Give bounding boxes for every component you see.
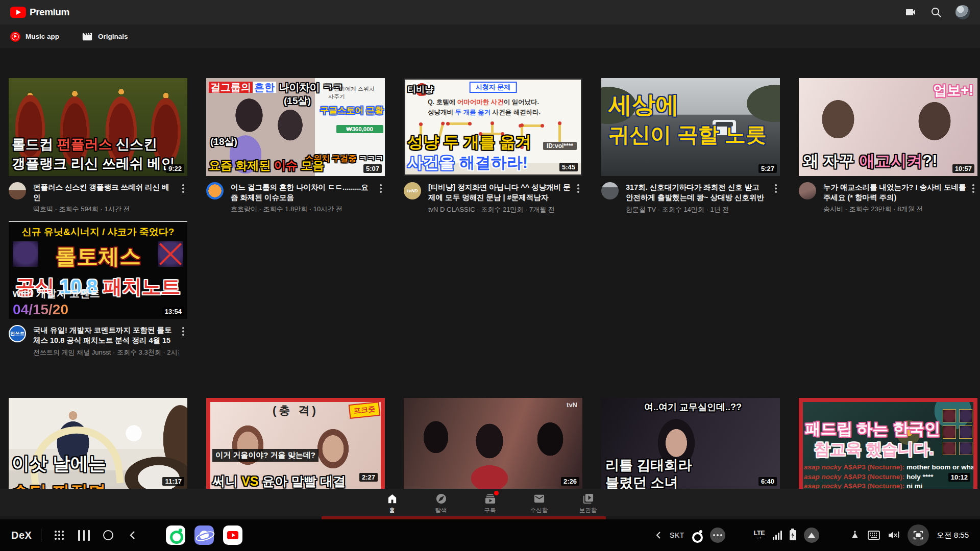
originals-chip[interactable]: Originals xyxy=(82,31,128,42)
channel-avatar[interactable]: 전쓰트 xyxy=(9,325,26,342)
divider xyxy=(41,529,41,542)
premium-wordmark: Premium xyxy=(30,7,69,18)
compass-icon xyxy=(435,493,447,505)
video-thumbnail[interactable]: (충 격) 프크즛 이거 거울이야? 거울 맞는데? 써니 VS 윤아 말빨 대… xyxy=(206,398,385,496)
video-thumbnail[interactable]: 이삿 날에는 수타 짜장면 11:17 xyxy=(9,398,187,496)
nav-tab-subscriptions[interactable]: 구독 xyxy=(465,489,514,516)
duration-badge: 13:54 xyxy=(162,307,184,316)
back-button[interactable] xyxy=(124,527,141,544)
matchstick-art xyxy=(521,124,542,127)
video-meta: 송사비 · 조회수 23만회 · 8개월 전 xyxy=(823,205,969,214)
kebab-menu-icon[interactable] xyxy=(179,182,187,214)
dex-taskbar: DeX SKT LTE↓↑ 오전 8:55 xyxy=(0,519,980,551)
video-card: 시청자 문제 티비냥 Q. 호텔에 어마어마한 사건이 일어났다. 성냥개비 두… xyxy=(404,78,582,214)
naver-app-icon[interactable] xyxy=(166,525,185,545)
video-row-3: 이삿 날에는 수타 짜장면 11:17 (충 격) 프크즛 이거 거울이야? 거… xyxy=(9,398,977,496)
video-camera-icon[interactable] xyxy=(904,6,917,18)
recent-apps-button[interactable] xyxy=(75,527,92,544)
account-avatar[interactable] xyxy=(955,5,970,19)
apps-grid-button[interactable] xyxy=(51,527,68,544)
kebab-menu-icon[interactable] xyxy=(969,182,977,214)
video-title[interactable]: 어느 걸그룹의 흔한 나이차이 ㄷㄷ.........요즘 화제된 이슈모음 xyxy=(231,182,377,203)
youtube-logo-icon[interactable] xyxy=(10,7,26,18)
home-icon xyxy=(386,493,398,505)
kebab-menu-icon[interactable] xyxy=(377,182,385,214)
inbox-mail-icon xyxy=(533,493,545,505)
screen-capture-button[interactable] xyxy=(908,524,929,546)
labs-flask-icon[interactable] xyxy=(850,530,860,540)
duration-badge: 11:17 xyxy=(162,477,184,486)
video-meta: 호호랑이 · 조회수 1.8만회 · 10시간 전 xyxy=(231,205,377,214)
library-icon xyxy=(582,493,594,505)
youtube-app-icon[interactable] xyxy=(223,525,242,545)
nav-tab-library[interactable]: 보관함 xyxy=(564,489,612,516)
music-app-chip[interactable]: Music app xyxy=(10,32,59,42)
subscriptions-icon xyxy=(484,493,496,505)
youtube-app-bar: Premium xyxy=(0,0,980,24)
dex-logo: DeX xyxy=(11,530,32,541)
video-thumbnail[interactable]: 신규 유닛&시너지 / 샤코가 죽었다? 롤토체스 공식 10.8 패치노트 w… xyxy=(9,221,187,319)
lte-network-icon: LTE↓↑ xyxy=(754,530,765,540)
tray-collapse-chevron-icon[interactable] xyxy=(655,531,662,539)
video-card: (충 격) 프크즛 이거 거울이야? 거울 맞는데? 써니 VS 윤아 말빨 대… xyxy=(206,398,385,496)
more-notifications-button[interactable] xyxy=(710,528,725,543)
video-title[interactable]: 317회. 신호대기하다가 좌회전 신호 받고 안전하게 출발했는데 쾅~ 상대… xyxy=(626,182,772,203)
keyboard-icon[interactable] xyxy=(868,531,880,540)
channel-avatar[interactable] xyxy=(601,182,619,199)
carrier-label: SKT xyxy=(670,531,684,539)
home-button[interactable] xyxy=(100,527,117,544)
video-thumbnail[interactable]: 여..여기 교무실인데..?? 리틀 김태희라 불렸던 소녀 6:40 xyxy=(601,398,780,496)
duration-badge: 10:12 xyxy=(948,473,970,482)
video-title[interactable]: 누가 애교소리를 내었는가? I 송사비 도네를주세요 (* 항마력 주의) xyxy=(823,182,969,203)
video-thumbnail[interactable]: 롤드컵 펀플러스 신스킨 갱플랭크 리신 쓰레쉬 베인 9:22 xyxy=(9,78,187,176)
kebab-menu-icon[interactable] xyxy=(179,325,187,357)
video-card: 패드립 하는 한국인 참교육 했습니다. asap nocky A$AP3 (N… xyxy=(799,398,977,496)
channel-avatar[interactable] xyxy=(206,182,224,199)
notification-app-icon[interactable] xyxy=(692,530,702,540)
video-meta: 한문철 TV · 조회수 14만회 · 1년 전 xyxy=(626,205,772,214)
battery-charging-icon xyxy=(790,530,796,540)
channel-avatar[interactable]: tvND xyxy=(404,182,421,199)
nav-tab-explore[interactable]: 탐색 xyxy=(416,489,465,516)
kebab-menu-icon[interactable] xyxy=(772,182,780,214)
video-thumbnail[interactable]: 업보+! 왜 자꾸 애교시켜?! 10:57 xyxy=(799,78,977,176)
video-title[interactable]: [티비냥] 정지화면 아닙니다 ^^ 성냥개비 문제에 모두 멍해진 문남 | … xyxy=(428,182,574,203)
back-chevron-icon xyxy=(128,531,137,540)
video-row-2: 신규 유닛&시너지 / 샤코가 죽었다? 롤토체스 공식 10.8 패치노트 w… xyxy=(9,221,187,357)
destination-chip-bar: Music app Originals xyxy=(0,24,980,49)
video-title[interactable]: 국내 유일! 개발자 코멘트까지 포함된 롤토체스 10.8 공식 패치노트 분… xyxy=(33,325,179,346)
search-icon[interactable] xyxy=(930,6,942,18)
clock: 오전 8:55 xyxy=(937,531,969,540)
tray-expand-button[interactable] xyxy=(804,528,819,543)
tvn-watermark: tvN xyxy=(567,401,577,409)
duration-badge: 6:40 xyxy=(758,477,777,486)
video-meta: tvN D CLASSIC · 조회수 21만회 · 7개월 전 xyxy=(428,205,574,214)
duration-badge: 2:26 xyxy=(561,477,579,486)
video-row-1: 롤드컵 펀플러스 신스킨 갱플랭크 리신 쓰레쉬 베인 9:22 펀플러스 신스… xyxy=(9,78,977,214)
channel-avatar[interactable] xyxy=(799,182,816,199)
channel-avatar[interactable] xyxy=(9,182,26,199)
volume-muted-vibrate-icon[interactable] xyxy=(888,530,900,540)
video-thumbnail[interactable]: 세상에 귀신이 곡할 노릇 5:27 xyxy=(601,78,780,176)
video-title[interactable]: 펀플러스 신스킨 갱플랭크 쓰레쉬 리신 베인 xyxy=(33,182,179,203)
nav-tab-home[interactable]: 홈 xyxy=(368,489,416,516)
video-card: 이삿 날에는 수타 짜장면 11:17 xyxy=(9,398,187,496)
duration-badge: 9:22 xyxy=(166,164,184,173)
video-card: 신규 유닛&시너지 / 샤코가 죽었다? 롤토체스 공식 10.8 패치노트 w… xyxy=(9,221,187,357)
duration-badge: 5:45 xyxy=(559,163,578,171)
nav-tab-inbox[interactable]: 수신함 xyxy=(514,489,564,516)
kebab-menu-icon[interactable] xyxy=(574,182,582,214)
subscriptions-new-badge xyxy=(494,491,499,495)
video-thumbnail[interactable]: 시청자 문제 티비냥 Q. 호텔에 어마어마한 사건이 일어났다. 성냥개비 두… xyxy=(404,78,582,176)
video-card: 세상에 귀신이 곡할 노릇 5:27 317회. 신호대기하다가 좌회전 신호 … xyxy=(601,78,780,214)
music-play-icon xyxy=(10,32,20,42)
duration-badge: 5:27 xyxy=(758,164,777,173)
video-card: 롤드컵 펀플러스 신스킨 갱플랭크 리신 쓰레쉬 베인 9:22 펀플러스 신스… xyxy=(9,78,187,214)
duration-badge: 10:57 xyxy=(952,164,974,173)
video-thumbnail[interactable]: 패드립 하는 한국인 참교육 했습니다. asap nocky A$AP3 (N… xyxy=(799,398,977,496)
bottom-navigation: 홈 탐색 구독 수신함 보관함 xyxy=(0,489,980,516)
video-thumbnail[interactable]: tvN 2:26 xyxy=(404,398,582,496)
samsung-internet-app-icon[interactable] xyxy=(194,525,214,545)
video-thumbnail[interactable]: 걸그룹의흔한 나이차이 ㅋㅋ (18살) (15살) 고상혁에게 스위치 사주기… xyxy=(206,78,385,176)
video-meta: 떡호떡 · 조회수 594회 · 1시간 전 xyxy=(33,205,179,214)
